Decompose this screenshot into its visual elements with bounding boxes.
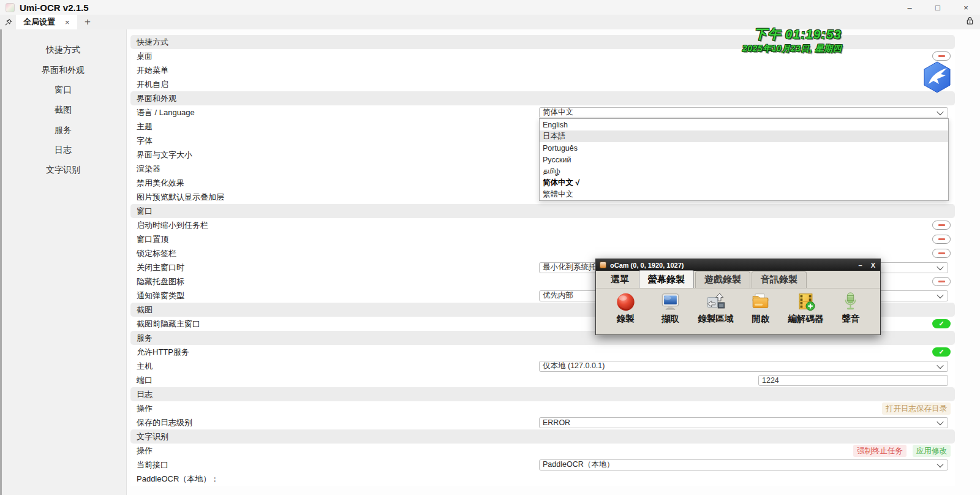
action-button[interactable]: 应用修改 [913, 445, 951, 457]
toggle-switch[interactable]: ✓ [932, 319, 951, 328]
umi-ocr-app-icon [6, 3, 15, 12]
tab-close-icon[interactable]: × [65, 18, 70, 27]
row-label: 渲染器 [137, 164, 160, 175]
sidebar-item[interactable]: 窗口 [0, 80, 126, 100]
dropdown-value: 优先内部 [543, 290, 573, 301]
dropdown[interactable]: ERROR [539, 417, 948, 428]
section-header: 日志 [130, 387, 955, 401]
ocam-tab[interactable]: 選單 [602, 272, 638, 288]
row-label: 关闭主窗口时 [137, 262, 184, 273]
language-option[interactable]: 简体中文 √ [540, 177, 948, 189]
toggle-switch[interactable] [932, 51, 951, 61]
row-label: 保存的日志级别 [137, 417, 192, 428]
vertical-scrollbar[interactable] [0, 29, 2, 495]
row-label: PaddleOCR（本地）： [137, 474, 219, 485]
settings-row: 窗口置顶 [130, 232, 955, 246]
toggle-switch[interactable] [932, 221, 951, 230]
ocam-record-area-button[interactable]: 錄製區域 [693, 292, 737, 325]
row-label: 服务 [137, 333, 153, 344]
sidebar-item[interactable]: 快捷方式 [0, 40, 126, 61]
section-header: 界面和外观 [130, 91, 955, 105]
settings-row: 桌面 [130, 49, 955, 63]
ocam-tab[interactable]: 遊戲錄製 [695, 271, 750, 288]
language-option[interactable]: Português [540, 142, 948, 154]
row-label: 开始菜单 [137, 65, 168, 76]
thunder-bird-icon[interactable] [922, 61, 952, 94]
row-label: 操作 [137, 445, 153, 456]
row-label: 截图 [137, 304, 153, 316]
ocam-open-button[interactable]: 開啟 [739, 292, 783, 325]
settings-row: 当前接口PaddleOCR（本地） [130, 458, 955, 472]
dropdown-value: 仅本地 (127.0.0.1) [543, 361, 605, 371]
ocam-window: oCam (0, 0, 1920, 1027) – X 選單螢幕錄製遊戲錄製音訊… [595, 259, 881, 335]
minimize-button[interactable]: – [895, 0, 924, 15]
pin-icon[interactable] [0, 18, 16, 26]
row-label: 端口 [137, 375, 153, 386]
ocam-capture-button[interactable]: 擷取 [649, 292, 693, 325]
ocam-tab[interactable]: 音訊錄製 [752, 271, 807, 288]
minus-icon [938, 55, 945, 57]
ocam-sound-button[interactable]: 聲音 [829, 292, 873, 325]
toggle-switch[interactable] [932, 235, 951, 244]
settings-row: PaddleOCR（本地）： [130, 472, 955, 486]
action-button[interactable]: 打开日志保存目录 [882, 402, 951, 415]
language-option[interactable]: 日本語 [540, 130, 948, 142]
row-label: 图片预览默认显示叠加层 [137, 192, 224, 203]
sidebar-item[interactable]: 服务 [0, 120, 126, 140]
row-buttons: 打开日志保存目录 [882, 402, 951, 415]
language-option[interactable]: Русский [540, 154, 948, 165]
record-area-icon [705, 292, 726, 312]
language-option[interactable]: தமிழ் [540, 165, 948, 177]
dropdown-value: PaddleOCR（本地） [543, 459, 614, 470]
record-icon [615, 292, 636, 312]
ocam-codec-button[interactable]: 編解碼器 [783, 292, 827, 325]
new-tab-button[interactable]: + [85, 16, 91, 28]
language-option[interactable]: English [540, 119, 948, 130]
sidebar-item[interactable]: 文字识别 [0, 161, 126, 181]
dropdown[interactable]: 仅本地 (127.0.0.1) [539, 361, 948, 372]
tab-bar: 全局设置 × + [0, 15, 980, 29]
settings-row: 操作打开日志保存目录 [130, 401, 955, 415]
row-label: 操作 [137, 403, 153, 414]
dropdown-value: ERROR [543, 418, 570, 427]
ocam-close-button[interactable]: X [871, 262, 875, 269]
action-button[interactable]: 强制终止任务 [853, 445, 907, 457]
minus-icon [938, 281, 945, 282]
row-buttons: 强制终止任务应用修改 [853, 445, 951, 457]
minus-icon [938, 224, 945, 226]
row-label: 通知弹窗类型 [137, 290, 184, 301]
dropdown-value: 最小化到系统托盘 [543, 262, 604, 273]
sidebar-item[interactable]: 截图 [0, 100, 126, 121]
settings-row: 开始菜单 [130, 63, 955, 77]
row-label: 截图前隐藏主窗口 [137, 319, 200, 330]
ocam-title-bar[interactable]: oCam (0, 0, 1920, 1027) – X [596, 259, 880, 271]
section-header: 快捷方式 [130, 35, 955, 49]
toggle-switch[interactable]: ✓ [932, 347, 951, 357]
dropdown[interactable]: PaddleOCR（本地） [539, 459, 948, 470]
settings-row: 启动时缩小到任务栏 [130, 218, 955, 232]
ocam-minimize-button[interactable]: – [859, 262, 862, 269]
row-label: 桌面 [137, 51, 153, 62]
toggle-switch[interactable] [932, 249, 951, 258]
port-input[interactable] [758, 375, 948, 386]
screen-capture-icon [660, 292, 681, 312]
title-bar: Umi-OCR v2.1.5 – □ × [0, 0, 980, 15]
close-button[interactable]: × [952, 0, 980, 15]
tab-global-settings[interactable]: 全局设置 × [16, 15, 77, 29]
check-icon: ✓ [938, 349, 944, 355]
lock-icon[interactable] [966, 17, 974, 28]
sidebar-item[interactable]: 界面和外观 [0, 61, 126, 81]
ocam-record-button[interactable]: 錄製 [603, 292, 647, 325]
language-option[interactable]: 繁體中文 [540, 189, 948, 200]
minus-icon [938, 252, 945, 254]
dropdown-value: 简体中文 [543, 107, 573, 118]
chevron-down-icon [938, 364, 943, 369]
sidebar-item[interactable]: 日志 [0, 140, 126, 161]
ocam-tab[interactable]: 螢幕錄製 [639, 270, 694, 288]
dropdown[interactable]: 简体中文 [539, 107, 948, 118]
row-label: 禁用美化效果 [137, 178, 184, 189]
row-label: 文字识别 [137, 431, 168, 442]
sound-mic-icon [840, 292, 861, 312]
maximize-button[interactable]: □ [924, 0, 952, 15]
toggle-switch[interactable] [932, 277, 951, 286]
